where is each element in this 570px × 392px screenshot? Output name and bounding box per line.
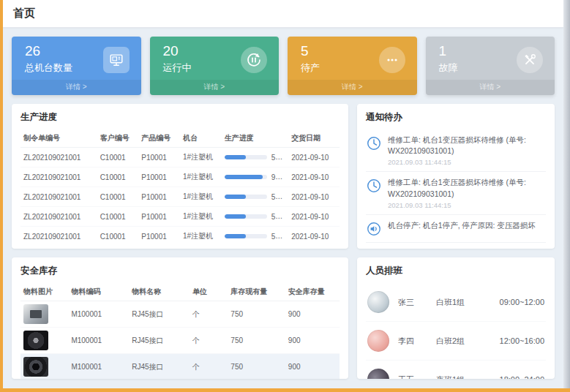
cell-product-no: P10001 xyxy=(138,207,180,227)
cell-safety-stock: 900 xyxy=(285,354,340,380)
cell-current-stock: 750 xyxy=(228,328,285,354)
notification-list: 维修工单: 机台1变压器损坏待维修 (单号: WX202109031001) 2… xyxy=(366,129,546,249)
cell-material-name: RJ45接口 xyxy=(129,301,190,328)
clock-icon xyxy=(366,135,382,151)
speaker-icon xyxy=(366,221,382,237)
cell-delivery: 2021-09-10 xyxy=(288,207,340,227)
machine-icon xyxy=(103,47,130,73)
person-name: 张三 xyxy=(398,297,436,308)
production-row[interactable]: ZL202109021001 C10001 P10001 1#注塑机 50% 2… xyxy=(20,207,340,227)
col-order-no: 制令单编号 xyxy=(20,129,97,148)
notification-body: 维修工单: 机台1变压器损坏待维修 (单号: WX202109031001) 2… xyxy=(388,177,546,208)
notification-item[interactable]: 维修工单: 机台1变压器损坏待维修 (单号: WX202109031001) 2… xyxy=(366,171,546,214)
cell-delivery: 2021-09-10 xyxy=(288,227,340,246)
notification-icon xyxy=(366,178,382,194)
inventory-table: 物料图片 物料编码 物料名称 单位 库存现有量 安全库存量 xyxy=(20,283,340,379)
progress-bar xyxy=(225,155,267,159)
col-material-name: 物料名称 xyxy=(129,283,190,301)
production-row[interactable]: ZL202109021001 C10001 P10001 1#注塑机 50% 2… xyxy=(20,187,340,207)
cell-product-no: P10001 xyxy=(138,227,180,246)
person-name: 王五 xyxy=(398,374,436,380)
cell-progress: 50% xyxy=(222,227,289,246)
cell-current-stock: 750 xyxy=(228,301,285,328)
cell-progress: 50% xyxy=(222,187,289,207)
production-table-header: 制令单编号 客户编号 产品编号 机台 生产进度 交货日期 xyxy=(20,129,340,148)
stat-card-running[interactable]: 20 运行中 详情 > xyxy=(150,37,280,95)
progress-bar-fill xyxy=(225,214,246,219)
notification-text: 维修工单: 机台1变压器损坏待维修 (单号: WX202109031001) xyxy=(388,135,546,157)
detail-link[interactable]: 详情 > xyxy=(12,80,141,95)
tools-icon xyxy=(517,47,543,73)
material-image xyxy=(23,357,48,377)
cell-machine: 1#注塑机 xyxy=(180,207,222,227)
production-table: 制令单编号 客户编号 产品编号 机台 生产进度 交货日期 ZL202109021 xyxy=(20,129,340,246)
stat-card-waiting[interactable]: 5 待产 详情 > xyxy=(288,37,417,95)
running-cycle-icon xyxy=(241,47,267,73)
cell-progress: 90% xyxy=(222,167,289,187)
panel-title-notifications: 通知待办 xyxy=(366,111,546,124)
notification-item[interactable]: 机台停产: 机台1停产, 停产原因: 变压器损坏 xyxy=(366,214,546,242)
cell-delivery: 2021-09-10 xyxy=(288,148,340,167)
col-product-no: 产品编号 xyxy=(138,129,180,148)
col-machine: 机台 xyxy=(180,129,222,148)
cell-order-no: ZL202109021001 xyxy=(20,148,97,167)
cell-unit: 个 xyxy=(190,301,228,328)
detail-link[interactable]: 详情 > xyxy=(288,80,417,95)
inventory-row[interactable]: M100001 RJ45接口 个 750 900 xyxy=(20,328,340,354)
cell-progress: 50% xyxy=(222,148,289,167)
production-row[interactable]: ZL202109021001 C10001 P10001 1#注塑机 90% 2… xyxy=(20,167,340,187)
cell-material-code: M100001 xyxy=(68,328,129,354)
production-progress-panel: 生产进度 制令单编号 客户编号 产品编号 机台 生产进度 交货日期 xyxy=(12,104,348,249)
shift-time: 09:00~12:00 xyxy=(500,298,544,306)
notifications-panel: 通知待办 xyxy=(357,104,555,249)
cell-order-no: ZL202109021001 xyxy=(20,207,97,227)
notification-text: 维修工单: 机台1变压器损坏待维修 (单号: WX202109031001) xyxy=(388,177,546,199)
panel-title-production: 生产进度 xyxy=(20,111,340,124)
detail-link[interactable]: 详情 > xyxy=(150,80,280,95)
cell-safety-stock: 900 xyxy=(285,328,340,354)
cell-machine: 1#注塑机 xyxy=(180,187,222,207)
cell-material-code: M100001 xyxy=(68,301,129,328)
progress-bar xyxy=(225,195,267,199)
production-row[interactable]: ZL202109021001 C10001 P10001 1#注塑机 50% 2… xyxy=(20,227,340,246)
progress-bar xyxy=(225,234,267,238)
cell-delivery: 2021-09-10 xyxy=(288,167,340,187)
notification-item[interactable]: 维修工单: 机台1变压器损坏待维修 (单号: WX202109031001) 2… xyxy=(366,129,546,171)
col-current-stock: 库存现有量 xyxy=(228,283,285,301)
material-image xyxy=(23,331,48,350)
col-safety-stock: 安全库存量 xyxy=(285,283,340,301)
cell-customer-no: C10001 xyxy=(97,167,139,187)
cell-machine: 1#注塑机 xyxy=(180,167,222,187)
panel-title-schedule: 人员排班 xyxy=(366,265,546,277)
cell-material-image xyxy=(20,328,68,354)
detail-link[interactable]: 详情 > xyxy=(426,80,555,95)
stat-card-total-machines[interactable]: 26 总机台数量 详情 > xyxy=(12,37,141,95)
schedule-row: 张三 白班1组 09:00~12:00 xyxy=(366,283,546,321)
notification-body: 计划暂停: 机台1生产计划已暂停 2021.09.03 11:44:15 xyxy=(388,248,496,249)
ellipsis-icon xyxy=(379,47,405,73)
notification-icon xyxy=(366,135,382,151)
scrollbar[interactable] xyxy=(563,0,570,392)
production-row[interactable]: ZL202109021001 C10001 P10001 1#注塑机 50% 2… xyxy=(20,148,340,167)
cell-customer-no: C10001 xyxy=(97,207,139,227)
notification-item[interactable]: 计划暂停: 机台1生产计划已暂停 2021.09.03 11:44:15 xyxy=(366,242,546,249)
stat-cards: 26 总机台数量 详情 > 20 xyxy=(12,37,555,95)
col-material-code: 物料编码 xyxy=(68,283,129,301)
avatar xyxy=(367,369,389,379)
window-accent-left xyxy=(0,0,3,392)
progress-bar-fill xyxy=(225,234,246,238)
cell-order-no: ZL202109021001 xyxy=(20,187,97,207)
inventory-row[interactable]: M100001 RJ45接口 个 750 900 xyxy=(20,301,340,328)
person-name: 李四 xyxy=(398,336,436,347)
col-delivery: 交货日期 xyxy=(288,129,340,148)
cell-material-name: RJ45接口 xyxy=(129,354,190,380)
cell-material-image xyxy=(20,354,68,380)
inventory-row[interactable]: M100001 RJ45接口 个 750 900 xyxy=(20,354,340,380)
schedule-row: 李四 白班2组 12:00~16:00 xyxy=(366,321,546,360)
cell-safety-stock: 900 xyxy=(285,301,340,328)
stat-card-fault[interactable]: 1 故障 详情 > xyxy=(426,37,555,95)
cell-product-no: P10001 xyxy=(138,148,180,167)
cell-progress: 50% xyxy=(222,207,289,227)
col-progress: 生产进度 xyxy=(222,129,289,148)
cell-material-code: M100001 xyxy=(68,354,129,380)
